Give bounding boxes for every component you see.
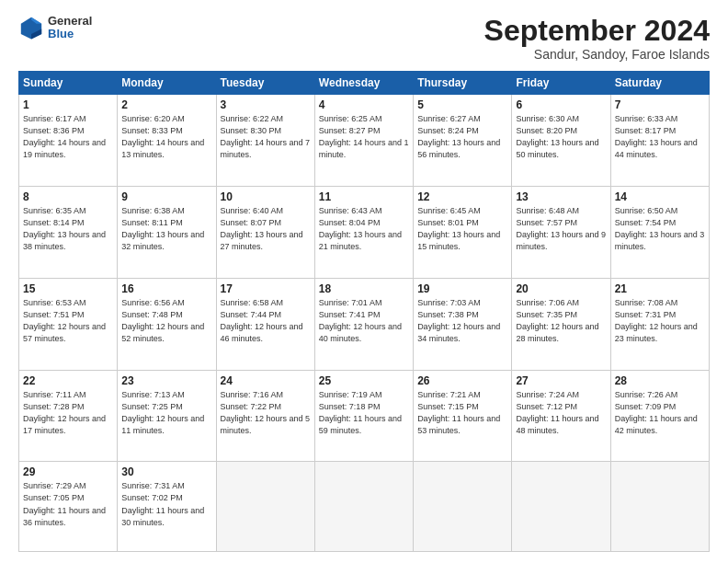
calendar-cell: 26Sunrise: 7:21 AM Sunset: 7:15 PM Dayli… — [414, 370, 512, 462]
day-info: Sunrise: 6:56 AM Sunset: 7:48 PM Dayligh… — [121, 297, 211, 345]
day-info: Sunrise: 6:45 AM Sunset: 8:01 PM Dayligh… — [417, 205, 507, 253]
calendar-header-row: SundayMondayTuesdayWednesdayThursdayFrid… — [19, 72, 710, 95]
day-info: Sunrise: 7:03 AM Sunset: 7:38 PM Dayligh… — [417, 297, 507, 345]
day-number: 10 — [221, 190, 311, 203]
day-info: Sunrise: 6:25 AM Sunset: 8:27 PM Dayligh… — [319, 113, 409, 161]
day-info: Sunrise: 6:50 AM Sunset: 7:54 PM Dayligh… — [615, 205, 705, 253]
day-info: Sunrise: 6:22 AM Sunset: 8:30 PM Dayligh… — [221, 113, 311, 161]
day-info: Sunrise: 7:26 AM Sunset: 7:09 PM Dayligh… — [615, 389, 705, 437]
day-number: 22 — [23, 374, 113, 387]
calendar-cell: 17Sunrise: 6:58 AM Sunset: 7:44 PM Dayli… — [216, 278, 314, 370]
logo: General Blue — [18, 15, 92, 41]
day-number: 13 — [516, 190, 606, 203]
calendar-cell: 7Sunrise: 6:33 AM Sunset: 8:17 PM Daylig… — [610, 95, 709, 187]
logo-text: General Blue — [48, 15, 92, 41]
day-number: 20 — [516, 282, 606, 295]
calendar-cell — [216, 462, 314, 552]
weekday-header-sunday: Sunday — [19, 72, 118, 95]
calendar-cell: 19Sunrise: 7:03 AM Sunset: 7:38 PM Dayli… — [414, 278, 512, 370]
calendar-week-row: 29Sunrise: 7:29 AM Sunset: 7:05 PM Dayli… — [19, 462, 710, 552]
logo-general: General — [48, 15, 92, 28]
calendar-cell: 3Sunrise: 6:22 AM Sunset: 8:30 PM Daylig… — [216, 95, 314, 187]
calendar-cell — [414, 462, 512, 552]
day-number: 7 — [615, 98, 705, 111]
calendar-cell — [610, 462, 709, 552]
page: General Blue September 2024 Sandur, Sand… — [0, 0, 728, 563]
calendar-week-row: 15Sunrise: 6:53 AM Sunset: 7:51 PM Dayli… — [19, 278, 710, 370]
calendar-cell: 20Sunrise: 7:06 AM Sunset: 7:35 PM Dayli… — [512, 278, 610, 370]
calendar-week-row: 22Sunrise: 7:11 AM Sunset: 7:28 PM Dayli… — [19, 370, 710, 462]
calendar-week-row: 1Sunrise: 6:17 AM Sunset: 8:36 PM Daylig… — [19, 95, 710, 187]
calendar-cell: 12Sunrise: 6:45 AM Sunset: 8:01 PM Dayli… — [414, 187, 512, 279]
calendar-cell: 14Sunrise: 6:50 AM Sunset: 7:54 PM Dayli… — [610, 187, 709, 279]
weekday-header-saturday: Saturday — [610, 72, 709, 95]
day-number: 23 — [121, 374, 211, 387]
logo-blue: Blue — [48, 28, 92, 40]
day-number: 17 — [221, 282, 311, 295]
day-info: Sunrise: 6:20 AM Sunset: 8:33 PM Dayligh… — [121, 113, 211, 161]
day-info: Sunrise: 7:08 AM Sunset: 7:31 PM Dayligh… — [615, 297, 705, 345]
calendar-cell: 25Sunrise: 7:19 AM Sunset: 7:18 PM Dayli… — [314, 370, 413, 462]
calendar-cell: 4Sunrise: 6:25 AM Sunset: 8:27 PM Daylig… — [314, 95, 413, 187]
day-number: 3 — [221, 98, 311, 111]
day-number: 15 — [23, 282, 113, 295]
day-number: 18 — [319, 282, 409, 295]
day-info: Sunrise: 7:29 AM Sunset: 7:05 PM Dayligh… — [23, 480, 113, 528]
day-number: 21 — [615, 282, 705, 295]
calendar-cell: 27Sunrise: 7:24 AM Sunset: 7:12 PM Dayli… — [512, 370, 610, 462]
calendar-cell — [314, 462, 413, 552]
day-info: Sunrise: 7:31 AM Sunset: 7:02 PM Dayligh… — [121, 480, 211, 528]
day-info: Sunrise: 7:24 AM Sunset: 7:12 PM Dayligh… — [516, 389, 606, 437]
logo-icon — [18, 15, 44, 40]
weekday-header-monday: Monday — [118, 72, 216, 95]
calendar-cell: 5Sunrise: 6:27 AM Sunset: 8:24 PM Daylig… — [414, 95, 512, 187]
calendar-cell: 21Sunrise: 7:08 AM Sunset: 7:31 PM Dayli… — [610, 278, 709, 370]
calendar-cell: 8Sunrise: 6:35 AM Sunset: 8:14 PM Daylig… — [19, 187, 118, 279]
day-info: Sunrise: 7:21 AM Sunset: 7:15 PM Dayligh… — [417, 389, 507, 437]
day-info: Sunrise: 6:30 AM Sunset: 8:20 PM Dayligh… — [516, 113, 606, 161]
day-number: 12 — [417, 190, 507, 203]
weekday-header-tuesday: Tuesday — [216, 72, 314, 95]
day-info: Sunrise: 7:16 AM Sunset: 7:22 PM Dayligh… — [221, 389, 311, 437]
day-info: Sunrise: 7:06 AM Sunset: 7:35 PM Dayligh… — [516, 297, 606, 345]
weekday-header-wednesday: Wednesday — [314, 72, 413, 95]
day-info: Sunrise: 6:33 AM Sunset: 8:17 PM Dayligh… — [615, 113, 705, 161]
day-number: 9 — [121, 190, 211, 203]
calendar-cell: 24Sunrise: 7:16 AM Sunset: 7:22 PM Dayli… — [216, 370, 314, 462]
calendar-cell: 1Sunrise: 6:17 AM Sunset: 8:36 PM Daylig… — [19, 95, 118, 187]
day-info: Sunrise: 7:19 AM Sunset: 7:18 PM Dayligh… — [319, 389, 409, 437]
day-info: Sunrise: 7:01 AM Sunset: 7:41 PM Dayligh… — [319, 297, 409, 345]
day-info: Sunrise: 7:11 AM Sunset: 7:28 PM Dayligh… — [23, 389, 113, 437]
day-number: 1 — [23, 98, 113, 111]
day-number: 24 — [221, 374, 311, 387]
day-number: 28 — [615, 374, 705, 387]
calendar-cell: 29Sunrise: 7:29 AM Sunset: 7:05 PM Dayli… — [19, 462, 118, 552]
day-info: Sunrise: 6:27 AM Sunset: 8:24 PM Dayligh… — [417, 113, 507, 161]
calendar-cell: 28Sunrise: 7:26 AM Sunset: 7:09 PM Dayli… — [610, 370, 709, 462]
day-number: 4 — [319, 98, 409, 111]
day-number: 11 — [319, 190, 409, 203]
day-info: Sunrise: 6:17 AM Sunset: 8:36 PM Dayligh… — [23, 113, 113, 161]
day-info: Sunrise: 6:38 AM Sunset: 8:11 PM Dayligh… — [121, 205, 211, 253]
day-number: 14 — [615, 190, 705, 203]
calendar-cell: 2Sunrise: 6:20 AM Sunset: 8:33 PM Daylig… — [118, 95, 216, 187]
day-number: 29 — [23, 465, 113, 478]
weekday-header-thursday: Thursday — [414, 72, 512, 95]
calendar-cell: 10Sunrise: 6:40 AM Sunset: 8:07 PM Dayli… — [216, 187, 314, 279]
day-number: 6 — [516, 98, 606, 111]
day-info: Sunrise: 6:40 AM Sunset: 8:07 PM Dayligh… — [221, 205, 311, 253]
day-info: Sunrise: 6:35 AM Sunset: 8:14 PM Dayligh… — [23, 205, 113, 253]
calendar-cell: 22Sunrise: 7:11 AM Sunset: 7:28 PM Dayli… — [19, 370, 118, 462]
day-info: Sunrise: 6:48 AM Sunset: 7:57 PM Dayligh… — [516, 205, 606, 253]
calendar-week-row: 8Sunrise: 6:35 AM Sunset: 8:14 PM Daylig… — [19, 187, 710, 279]
day-number: 5 — [417, 98, 507, 111]
day-number: 30 — [121, 465, 211, 478]
day-info: Sunrise: 6:58 AM Sunset: 7:44 PM Dayligh… — [221, 297, 311, 345]
calendar-table: SundayMondayTuesdayWednesdayThursdayFrid… — [18, 71, 710, 552]
day-info: Sunrise: 7:13 AM Sunset: 7:25 PM Dayligh… — [121, 389, 211, 437]
day-number: 26 — [417, 374, 507, 387]
day-number: 27 — [516, 374, 606, 387]
day-number: 25 — [319, 374, 409, 387]
calendar-cell: 23Sunrise: 7:13 AM Sunset: 7:25 PM Dayli… — [118, 370, 216, 462]
calendar-cell: 13Sunrise: 6:48 AM Sunset: 7:57 PM Dayli… — [512, 187, 610, 279]
